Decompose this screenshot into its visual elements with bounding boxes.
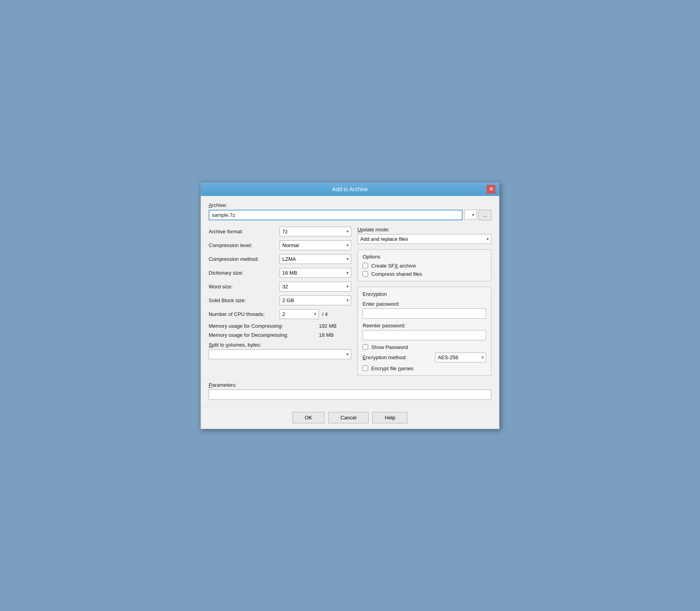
title-bar: Add to Archive ✕ [201,183,499,196]
dialog-body: Archive: sample.7z ... Archive format: [201,196,499,406]
enter-password-input[interactable] [363,308,486,319]
parameters-input[interactable] [209,389,491,400]
encryption-method-select[interactable]: AES-256 ZipCrypto [435,353,486,362]
memory-compressing-value: 192 MB [319,323,337,329]
solid-block-size-label-text: Solid Block size: [209,297,246,303]
compression-level-select-wrapper: Store Fastest Fast Normal Maximum Ultra [280,240,351,250]
split-volumes-label-text: olumes, bytes: [228,342,261,348]
word-size-select-wrapper: 8 16 32 64 128 [280,282,351,292]
ok-button[interactable]: OK [293,412,324,423]
encrypt-filenames-label[interactable]: Encrypt file names [371,365,413,371]
main-content: Archive format: 7z zip tar Compression l… [209,227,491,376]
compression-method-label: Compression method: [209,256,280,262]
close-button[interactable]: ✕ [487,185,495,194]
dictionary-size-select-wrapper: 64 KB 1 MB 4 MB 16 MB 64 MB [280,268,351,278]
split-section: Split to volumes, bytes: 10M 100M 700M 1… [209,342,351,359]
compression-method-row: Compression method: LZMA LZMA2 PPMd [209,254,351,264]
compress-shared-checkbox[interactable] [363,271,368,277]
enter-password-label: Enter password: [363,301,486,307]
split-select-wrapper: 10M 100M 700M 1G 4G [209,349,351,359]
compression-method-label-text: Compression method: [209,256,259,262]
archive-format-select-wrapper: 7z zip tar [280,227,351,236]
dictionary-size-label-text: Dictionary size: [209,270,243,276]
update-mode-label: Update mode: [357,227,491,233]
archive-dropdown[interactable] [464,210,477,220]
dialog-footer: OK Cancel Help [201,406,499,429]
word-size-label: Word size: [209,284,280,290]
show-password-label[interactable]: Show Password [371,344,408,350]
reenter-password-label: Reenter password: [363,323,486,329]
solid-block-size-select[interactable]: Non-solid 1 MB 2 GB 4 GB [280,295,351,305]
solid-block-size-label: Solid Block size: [209,297,280,303]
archive-label-text: rchive: [212,202,227,208]
cpu-threads-select[interactable]: 1 2 3 4 [280,309,319,319]
archive-format-row: Archive format: 7z zip tar [209,227,351,236]
memory-decompressing-value: 18 MB [319,332,334,338]
encryption-group-title: Encryption [363,291,486,297]
dictionary-size-row: Dictionary size: 64 KB 1 MB 4 MB 16 MB 6… [209,268,351,278]
left-panel: Archive format: 7z zip tar Compression l… [209,227,351,376]
memory-decompressing-row: Memory usage for Decompressing: 18 MB [209,332,351,338]
memory-compressing-label: Memory usage for Compressing: [209,323,319,329]
archive-format-label: Archive format: [209,229,280,234]
archive-format-select[interactable]: 7z zip tar [280,227,351,236]
encrypt-filenames-checkbox[interactable] [363,365,368,371]
cpu-threads-label-text: Number of CPU threads: [209,311,265,317]
compress-shared-row: Compress shared files [363,271,486,277]
compression-method-select[interactable]: LZMA LZMA2 PPMd [280,254,351,264]
add-to-archive-dialog: Add to Archive ✕ Archive: sample.7z ... … [200,182,500,429]
create-sfx-row: Create SFX archive [363,263,486,269]
parameters-section: Parameters: [209,382,491,400]
split-label: Split to volumes, bytes: [209,342,351,348]
create-sfx-checkbox[interactable] [363,263,368,268]
word-size-label-text: Word size: [209,284,233,290]
compression-level-label-text: Compression level: [209,242,252,248]
encrypt-filenames-row: Encrypt file names [363,365,486,371]
archive-format-label-text: Archive format: [209,229,243,234]
reenter-password-input[interactable] [363,330,486,340]
dialog-title: Add to Archive [213,186,487,192]
split-volumes-select[interactable]: 10M 100M 700M 1G 4G [209,349,351,359]
cpu-threads-row: Number of CPU threads: 1 2 3 4 / 4 [209,309,351,319]
memory-compressing-row: Memory usage for Compressing: 192 MB [209,323,351,329]
update-mode-select[interactable]: Add and replace files Update and add fil… [357,234,491,244]
options-group-title: Options [363,254,486,260]
right-panel: Update mode: Add and replace files Updat… [357,227,491,376]
show-password-checkbox[interactable] [363,344,368,350]
options-group: Options Create SFX archive Compress shar… [357,249,491,281]
compression-method-select-wrapper: LZMA LZMA2 PPMd [280,254,351,264]
archive-input[interactable]: sample.7z [209,210,463,220]
dictionary-size-label: Dictionary size: [209,270,280,276]
compression-level-label: Compression level: [209,242,280,248]
encryption-method-label: Encryption method: [363,354,435,360]
create-sfx-label[interactable]: Create SFX archive [371,263,416,269]
solid-block-size-row: Solid Block size: Non-solid 1 MB 2 GB 4 … [209,295,351,305]
archive-label: Archive: [209,202,491,208]
word-size-select[interactable]: 8 16 32 64 128 [280,282,351,292]
solid-block-size-select-wrapper: Non-solid 1 MB 2 GB 4 GB [280,295,351,305]
encryption-method-row: Encryption method: AES-256 ZipCrypto [363,353,486,362]
compression-level-row: Compression level: Store Fastest Fast No… [209,240,351,250]
cpu-threads-select-wrapper: 1 2 3 4 [280,309,319,319]
word-size-row: Word size: 8 16 32 64 128 [209,282,351,292]
memory-decompressing-label: Memory usage for Decompressing: [209,332,319,338]
dictionary-size-select[interactable]: 64 KB 1 MB 4 MB 16 MB 64 MB [280,268,351,278]
parameters-label: Parameters: [209,382,491,388]
archive-row: sample.7z ... [209,210,491,220]
cpu-threads-label: Number of CPU threads: [209,311,280,317]
compression-level-select[interactable]: Store Fastest Fast Normal Maximum Ultra [280,240,351,250]
cancel-button[interactable]: Cancel [328,412,369,423]
compress-shared-label[interactable]: Compress shared files [371,271,422,277]
help-button[interactable]: Help [372,412,407,423]
cpu-total: / 4 [322,311,328,317]
show-password-row: Show Password [363,344,486,350]
encryption-method-select-wrapper: AES-256 ZipCrypto [435,353,486,362]
encryption-group: Encryption Enter password: Reenter passw… [357,287,491,376]
update-mode-select-wrapper: Add and replace files Update and add fil… [357,234,491,244]
browse-button[interactable]: ... [478,210,491,220]
